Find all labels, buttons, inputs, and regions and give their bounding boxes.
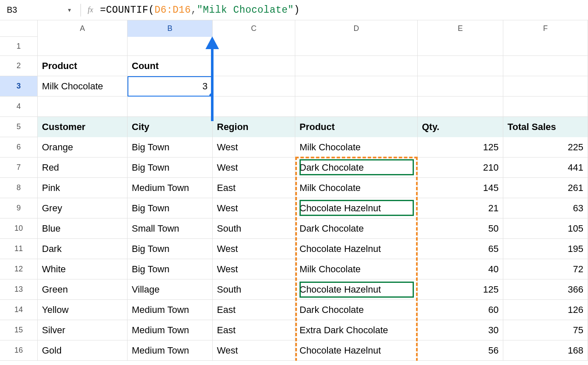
cell-B2[interactable]: Count	[128, 56, 213, 76]
rowhead-13[interactable]: 13	[0, 279, 38, 299]
cell-F3[interactable]	[503, 76, 588, 97]
cell-B11[interactable]: Big Town	[128, 239, 213, 259]
cell-B12[interactable]: Big Town	[128, 259, 213, 279]
cell-F5[interactable]: Total Sales	[503, 117, 588, 137]
cell-A9[interactable]: Grey	[38, 198, 128, 218]
cell-E7[interactable]: 210	[418, 158, 503, 178]
cell-D15[interactable]: Extra Dark Chocolate	[295, 320, 418, 340]
cell-A10[interactable]: Blue	[38, 218, 128, 239]
cell-F14[interactable]: 126	[503, 300, 588, 320]
cell-D4[interactable]	[295, 97, 418, 117]
cell-C5[interactable]: Region	[213, 117, 295, 137]
rowhead-8[interactable]: 8	[0, 178, 38, 198]
cell-E8[interactable]: 145	[418, 178, 503, 198]
rowhead-7[interactable]: 7	[0, 158, 38, 177]
cell-B13[interactable]: Village	[128, 279, 213, 300]
cell-A5[interactable]: Customer	[38, 117, 128, 137]
rowhead-2[interactable]: 2	[0, 56, 38, 76]
rowhead-1[interactable]: 1	[0, 37, 38, 55]
cell-C12[interactable]: West	[213, 259, 295, 279]
rowhead-4[interactable]: 4	[0, 97, 38, 116]
rowhead-10[interactable]: 10	[0, 218, 38, 238]
cell-C1[interactable]	[213, 37, 295, 55]
cell-E1[interactable]	[418, 37, 503, 55]
cell-C3[interactable]	[213, 76, 295, 97]
rowhead-12[interactable]: 12	[0, 259, 38, 279]
cell-F8[interactable]: 261	[503, 178, 588, 198]
cell-E9[interactable]: 21	[418, 198, 503, 218]
fx-icon[interactable]: fx	[88, 6, 93, 14]
cell-C13[interactable]: South	[213, 279, 295, 300]
rowhead-5[interactable]: 5	[0, 117, 38, 137]
cell-B7[interactable]: Big Town	[128, 158, 213, 178]
cell-B9[interactable]: Big Town	[128, 198, 213, 218]
cell-F10[interactable]: 105	[503, 218, 588, 239]
cell-E2[interactable]	[418, 56, 503, 76]
rowhead-9[interactable]: 9	[0, 198, 38, 218]
cell-F11[interactable]: 195	[503, 239, 588, 259]
cell-C15[interactable]: East	[213, 320, 295, 340]
cell-A15[interactable]: Silver	[38, 320, 128, 340]
cell-B1[interactable]	[128, 37, 213, 55]
rowhead-6[interactable]: 6	[0, 137, 38, 157]
fill-handle[interactable]	[209, 93, 213, 97]
cell-B16[interactable]: Medium Town	[128, 340, 213, 361]
cell-D16[interactable]: Chocolate Hazelnut	[295, 340, 418, 361]
cell-E16[interactable]: 56	[418, 340, 503, 361]
cell-F15[interactable]: 75	[503, 320, 588, 340]
rowhead-15[interactable]: 15	[0, 320, 38, 340]
cell-A4[interactable]	[38, 97, 128, 117]
cell-D13[interactable]: Chocolate Hazelnut	[295, 279, 418, 300]
cell-D11[interactable]: Chocolate Hazelnut	[295, 239, 418, 259]
cell-A11[interactable]: Dark	[38, 239, 128, 259]
cell-D14[interactable]: Dark Chocolate	[295, 300, 418, 320]
cell-B6[interactable]: Big Town	[128, 137, 213, 158]
cell-C14[interactable]: East	[213, 300, 295, 320]
cell-B8[interactable]: Medium Town	[128, 178, 213, 198]
cell-C9[interactable]: West	[213, 198, 295, 218]
cell-F2[interactable]	[503, 56, 588, 76]
rowhead-14[interactable]: 14	[0, 300, 38, 320]
cell-E15[interactable]: 30	[418, 320, 503, 340]
cell-B10[interactable]: Small Town	[128, 218, 213, 239]
cell-F9[interactable]: 63	[503, 198, 588, 218]
cell-A3[interactable]: Milk Chocolate	[38, 76, 128, 97]
cell-B15[interactable]: Medium Town	[128, 320, 213, 340]
name-box-dropdown-icon[interactable]: ▼	[67, 7, 72, 13]
cell-A8[interactable]: Pink	[38, 178, 128, 198]
cell-A1[interactable]	[38, 37, 128, 55]
rowhead-3[interactable]: 3	[0, 76, 38, 96]
cell-E6[interactable]: 125	[418, 137, 503, 158]
cell-E13[interactable]: 125	[418, 279, 503, 300]
cell-D6[interactable]: Milk Chocolate	[295, 137, 418, 158]
cell-A12[interactable]: White	[38, 259, 128, 279]
cell-E10[interactable]: 50	[418, 218, 503, 239]
cell-E5[interactable]: Qty.	[418, 117, 503, 137]
cell-C7[interactable]: West	[213, 158, 295, 178]
cell-D5[interactable]: Product	[295, 117, 418, 137]
cell-A14[interactable]: Yellow	[38, 300, 128, 320]
cell-A6[interactable]: Orange	[38, 137, 128, 158]
cell-C8[interactable]: East	[213, 178, 295, 198]
cell-B5[interactable]: City	[128, 117, 213, 137]
cell-D1[interactable]	[295, 37, 418, 55]
cell-A16[interactable]: Gold	[38, 340, 128, 361]
cell-C2[interactable]	[213, 56, 295, 76]
cell-C10[interactable]: South	[213, 218, 295, 239]
cell-A2[interactable]: Product	[38, 56, 128, 76]
colhead-E[interactable]: E	[418, 20, 503, 37]
cell-C11[interactable]: West	[213, 239, 295, 259]
rowhead-11[interactable]: 11	[0, 239, 38, 259]
cell-D9[interactable]: Chocolate Hazelnut	[295, 198, 418, 218]
cell-F4[interactable]	[503, 97, 588, 117]
cell-B14[interactable]: Medium Town	[128, 300, 213, 320]
cell-C4[interactable]	[213, 97, 295, 117]
cell-E11[interactable]: 65	[418, 239, 503, 259]
cell-E3[interactable]	[418, 76, 503, 97]
cell-C6[interactable]: West	[213, 137, 295, 158]
cell-F13[interactable]: 366	[503, 279, 588, 300]
cell-D8[interactable]: Milk Chocolate	[295, 178, 418, 198]
rowhead-16[interactable]: 16	[0, 340, 38, 360]
cell-A7[interactable]: Red	[38, 158, 128, 178]
colhead-B[interactable]: B	[128, 20, 213, 37]
